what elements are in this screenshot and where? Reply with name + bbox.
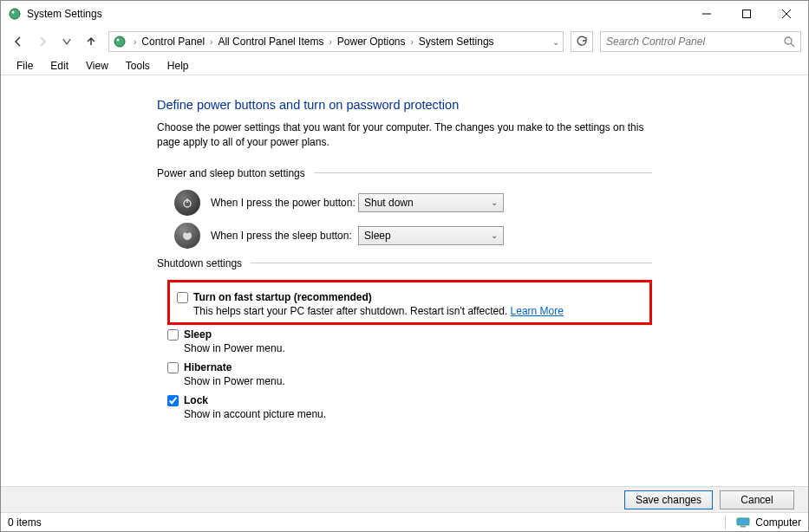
lock-checkbox[interactable] bbox=[167, 395, 179, 406]
breadcrumb-seg-0[interactable]: Control Panel bbox=[140, 36, 206, 48]
hibernate-desc: Show in Power menu. bbox=[184, 375, 652, 387]
search-input[interactable] bbox=[606, 36, 784, 48]
power-button-row: When I press the power button: Shut down… bbox=[174, 190, 652, 216]
sleep-button-select[interactable]: Sleep ⌄ bbox=[358, 226, 504, 245]
page-heading: Define power buttons and turn on passwor… bbox=[157, 98, 652, 112]
fast-startup-title: Turn on fast startup (recommended) bbox=[193, 291, 372, 303]
status-items: 0 items bbox=[8, 516, 42, 529]
window-controls bbox=[687, 1, 806, 27]
sleep-icon bbox=[174, 223, 200, 249]
menu-view[interactable]: View bbox=[77, 58, 117, 74]
divider bbox=[251, 263, 652, 263]
maximize-button[interactable] bbox=[727, 1, 767, 27]
menu-tools[interactable]: Tools bbox=[117, 58, 159, 74]
fast-startup-checkbox[interactable] bbox=[177, 292, 188, 303]
back-button[interactable] bbox=[8, 31, 29, 52]
chevron-right-icon: › bbox=[329, 37, 331, 47]
power-icon bbox=[174, 190, 200, 216]
titlebar: System Settings bbox=[1, 1, 808, 27]
section-shutdown: Shutdown settings bbox=[157, 257, 652, 269]
navbar: › Control Panel › All Control Panel Item… bbox=[1, 27, 808, 56]
content-area: Define power buttons and turn on passwor… bbox=[1, 77, 808, 486]
svg-point-6 bbox=[114, 36, 125, 47]
lock-desc: Show in account picture menu. bbox=[184, 408, 652, 420]
svg-point-0 bbox=[10, 9, 20, 19]
sleep-button-label: When I press the sleep button: bbox=[211, 230, 358, 242]
svg-rect-3 bbox=[743, 10, 751, 18]
breadcrumb-icon bbox=[113, 35, 127, 49]
statusbar: 0 items Computer bbox=[1, 512, 808, 531]
close-button[interactable] bbox=[767, 1, 806, 27]
chevron-right-icon: › bbox=[210, 37, 212, 47]
fast-startup-desc: This helps start your PC faster after sh… bbox=[193, 305, 511, 317]
breadcrumb[interactable]: › Control Panel › All Control Panel Item… bbox=[108, 31, 564, 52]
hibernate-checkbox[interactable] bbox=[167, 362, 179, 373]
refresh-button[interactable] bbox=[571, 31, 593, 52]
fast-startup-highlight: Turn on fast startup (recommended) This … bbox=[167, 280, 652, 325]
search-box[interactable] bbox=[600, 31, 801, 52]
app-icon bbox=[8, 7, 22, 21]
save-button[interactable]: Save changes bbox=[624, 490, 713, 509]
svg-point-8 bbox=[785, 37, 792, 44]
menu-file[interactable]: File bbox=[8, 58, 42, 74]
up-button[interactable] bbox=[81, 31, 101, 52]
page-intro: Choose the power settings that you want … bbox=[157, 120, 652, 150]
learn-more-link[interactable]: Learn More bbox=[511, 305, 564, 317]
select-value: Shut down bbox=[364, 197, 414, 209]
computer-icon bbox=[736, 517, 750, 528]
svg-rect-12 bbox=[737, 518, 749, 525]
sleep-checkbox[interactable] bbox=[167, 329, 179, 341]
menubar: File Edit View Tools Help bbox=[1, 56, 808, 75]
breadcrumb-seg-3[interactable]: System Settings bbox=[417, 36, 496, 48]
cancel-button[interactable]: Cancel bbox=[720, 490, 794, 509]
button-bar: Save changes Cancel bbox=[1, 486, 808, 512]
recent-dropdown[interactable] bbox=[56, 31, 77, 52]
sleep-option-desc: Show in Power menu. bbox=[184, 342, 652, 354]
lock-title: Lock bbox=[184, 394, 208, 406]
status-right: Computer bbox=[755, 516, 801, 529]
menu-help[interactable]: Help bbox=[159, 58, 198, 74]
forward-button[interactable] bbox=[32, 31, 53, 52]
power-button-select[interactable]: Shut down ⌄ bbox=[358, 193, 504, 212]
chevron-down-icon: ⌄ bbox=[491, 198, 498, 207]
search-icon[interactable] bbox=[784, 36, 795, 48]
chevron-right-icon: › bbox=[411, 37, 414, 47]
sleep-option-title: Sleep bbox=[184, 328, 212, 341]
select-value: Sleep bbox=[364, 230, 391, 242]
chevron-right-icon: › bbox=[134, 37, 136, 47]
breadcrumb-seg-1[interactable]: All Control Panel Items bbox=[216, 36, 325, 48]
svg-point-7 bbox=[117, 39, 120, 42]
chevron-down-icon: ⌄ bbox=[491, 230, 498, 240]
window-title: System Settings bbox=[27, 8, 687, 20]
svg-line-9 bbox=[791, 43, 794, 47]
breadcrumb-seg-2[interactable]: Power Options bbox=[336, 36, 408, 48]
divider bbox=[725, 516, 726, 529]
divider bbox=[314, 172, 652, 173]
svg-point-1 bbox=[12, 11, 15, 14]
breadcrumb-dropdown-icon[interactable]: ⌄ bbox=[552, 37, 559, 47]
hibernate-title: Hibernate bbox=[184, 361, 232, 373]
section-title: Shutdown settings bbox=[157, 257, 242, 269]
section-title: Power and sleep button settings bbox=[157, 167, 305, 179]
section-power-sleep: Power and sleep button settings bbox=[157, 167, 652, 179]
minimize-button[interactable] bbox=[687, 1, 727, 27]
sleep-button-row: When I press the sleep button: Sleep ⌄ bbox=[174, 223, 652, 249]
power-button-label: When I press the power button: bbox=[211, 197, 358, 209]
menu-edit[interactable]: Edit bbox=[42, 58, 77, 74]
svg-rect-13 bbox=[740, 526, 746, 528]
